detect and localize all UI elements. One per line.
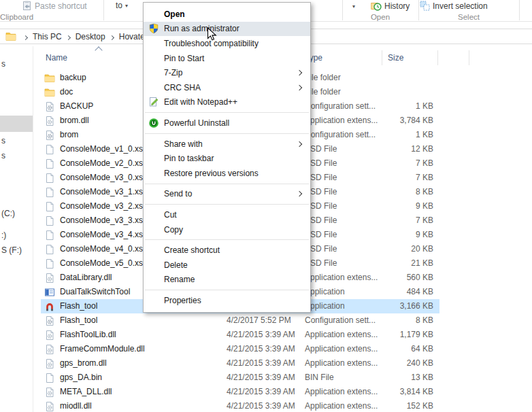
dll-file-icon xyxy=(44,401,55,412)
menu-item-label: Edit with Notepad++ xyxy=(164,97,303,107)
file-size: 3,814 KB xyxy=(361,385,433,399)
menu-item[interactable]: Pin to taskbar xyxy=(144,151,310,166)
breadcrumb-segment[interactable]: Desktop xyxy=(74,32,107,41)
menu-item[interactable]: Troubleshoot compatibility xyxy=(144,36,310,51)
notepad-icon xyxy=(148,97,159,107)
menu-item[interactable]: Restore previous versions xyxy=(144,166,310,181)
file-row[interactable]: gps_DA.bin4/21/2015 3:39 AMBIN File13 KB xyxy=(41,371,439,385)
column-header-size[interactable]: Size xyxy=(388,53,403,63)
breadcrumb-segment[interactable]: This PC xyxy=(31,32,63,41)
file-date: 4/21/2015 3:39 AM xyxy=(227,385,295,399)
dll-file-icon xyxy=(44,358,55,369)
open-group-label: Open xyxy=(342,13,418,21)
file-size: 64 KB xyxy=(361,342,433,356)
file-icon xyxy=(44,201,55,212)
paste-shortcut-button[interactable]: Paste shortcut xyxy=(22,1,87,11)
file-name: gps_brom.dll xyxy=(60,356,107,371)
file-row[interactable]: Flash_tool4/2/2017 5:52 PMConfiguration … xyxy=(41,313,439,328)
nav-tree-item[interactable]: s xyxy=(1,151,5,160)
menu-item-label: Share with xyxy=(164,139,297,149)
history-icon xyxy=(371,1,382,12)
menu-item[interactable]: Powerful Uninstall xyxy=(144,116,310,131)
nav-tree-item[interactable]: S (F:) xyxy=(1,245,22,255)
file-name: Flash_tool xyxy=(60,299,97,313)
file-size: 7 KB xyxy=(361,171,433,185)
file-icon xyxy=(44,373,55,383)
file-size: 9 KB xyxy=(361,228,433,242)
invert-selection-button[interactable]: Invert selection xyxy=(420,1,488,11)
file-icon xyxy=(44,230,55,241)
nav-tree-item[interactable]: (C:) xyxy=(1,209,15,218)
menu-item[interactable]: Properties xyxy=(144,293,310,308)
file-name: ConsoleMode_v3_2.xs xyxy=(60,199,143,213)
app-window-icon xyxy=(44,287,55,298)
file-explorer-window: Paste shortcut to ▾ ▾ History Invert sel… xyxy=(0,0,532,412)
menu-item[interactable]: 7-Zip xyxy=(144,65,310,80)
file-size: 13 KB xyxy=(361,371,433,385)
menu-item-label: Powerful Uninstall xyxy=(164,118,303,128)
menu-separator xyxy=(145,239,309,240)
menu-item[interactable]: Copy xyxy=(144,222,310,237)
file-row[interactable]: META_DLL.dll4/21/2015 3:39 AMApplication… xyxy=(41,385,439,399)
file-icon xyxy=(44,144,55,155)
file-icon xyxy=(44,216,55,226)
menu-item[interactable]: Cut xyxy=(144,207,310,222)
file-row[interactable]: FrameCommModule.dll4/21/2015 3:39 AMAppl… xyxy=(41,342,439,356)
column-divider[interactable] xyxy=(469,50,469,65)
paste-shortcut-icon xyxy=(22,1,32,11)
config-file-icon xyxy=(44,130,55,141)
config-file-icon xyxy=(44,101,55,112)
menu-item-label: Delete xyxy=(164,260,303,270)
file-row[interactable]: FlashToolLib.dll4/21/2015 3:39 AMApplica… xyxy=(41,328,439,342)
breadcrumb-separator-icon xyxy=(110,35,114,39)
file-name: brom xyxy=(60,128,78,142)
column-divider[interactable] xyxy=(437,50,438,65)
file-name: backup xyxy=(60,71,86,85)
nav-tree-item[interactable]: s xyxy=(1,59,5,69)
open-dropdown-arrow[interactable]: ▾ xyxy=(352,3,355,10)
menu-item[interactable]: Rename xyxy=(144,273,310,288)
menu-item[interactable]: Share with xyxy=(144,137,310,152)
file-name: ConsoleMode_v2_0.xs xyxy=(60,156,143,171)
file-size: 8 KB xyxy=(361,185,433,199)
file-date: 4/21/2015 3:39 AM xyxy=(227,399,295,412)
file-name: ConsoleMode_v5_0.xs xyxy=(60,256,143,271)
move-to-button[interactable]: to ▾ xyxy=(116,1,128,10)
clipboard-group-label: Clipboard xyxy=(0,13,33,21)
menu-item[interactable]: CRC SHA xyxy=(144,80,310,95)
menu-item[interactable]: Send to xyxy=(144,187,310,202)
menu-item-label: Properties xyxy=(164,296,303,305)
column-divider[interactable] xyxy=(382,50,382,65)
menu-item-label: Send to xyxy=(164,189,297,199)
menu-item-label: Rename xyxy=(164,275,303,284)
nav-tree-item[interactable]: :) xyxy=(1,230,6,240)
history-button[interactable]: History xyxy=(371,1,410,12)
menu-item[interactable]: Edit with Notepad++ xyxy=(144,95,310,110)
file-name: ConsoleMode_v1_0.xs xyxy=(60,142,143,156)
file-size: 20 KB xyxy=(361,242,433,256)
mouse-cursor xyxy=(207,27,219,46)
menu-item-label: CRC SHA xyxy=(164,83,297,92)
nav-tree-item[interactable]: s xyxy=(1,136,5,145)
menu-item-label: Run as administrator xyxy=(164,24,303,33)
menu-item[interactable]: Delete xyxy=(144,258,310,273)
column-header-name[interactable]: Name xyxy=(46,53,67,63)
file-size: 484 KB xyxy=(361,285,433,299)
nav-selected-item[interactable] xyxy=(0,116,33,132)
menu-item[interactable]: Open xyxy=(144,7,310,22)
dll-file-icon xyxy=(44,330,55,341)
ribbon-group-divider xyxy=(519,0,520,20)
breadcrumb-segment[interactable]: Hovate xyxy=(118,32,146,41)
menu-item[interactable]: Run as administrator xyxy=(144,22,310,37)
menu-item[interactable]: Create shortcut xyxy=(144,243,310,258)
menu-item[interactable]: Pin to Start xyxy=(144,51,310,66)
file-size: 9 KB xyxy=(361,199,433,213)
folder-icon xyxy=(5,32,16,41)
file-name: miodll.dll xyxy=(60,399,92,412)
menu-item-label: Create shortcut xyxy=(164,245,303,255)
file-row[interactable]: gps_brom.dll4/21/2015 3:39 AMApplication… xyxy=(41,356,439,371)
submenu-arrow-icon xyxy=(297,85,302,90)
breadcrumb-separator-icon xyxy=(23,35,28,39)
menu-item-label: Copy xyxy=(164,225,303,235)
file-row[interactable]: miodll.dll4/21/2015 3:39 AMApplication e… xyxy=(41,399,439,412)
